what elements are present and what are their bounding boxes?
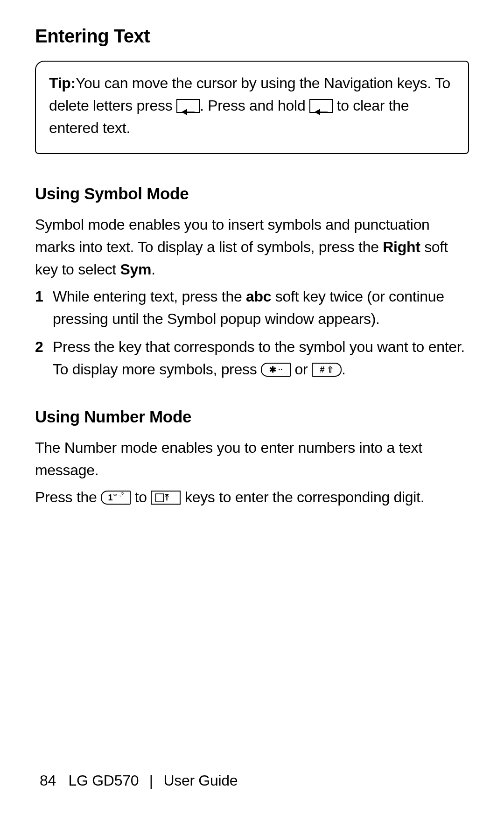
right-softkey-label: Right xyxy=(383,239,420,255)
tip-label: Tip: xyxy=(49,75,76,91)
section-heading-symbol: Using Symbol Mode xyxy=(35,184,469,203)
list-item-1: 1 While entering text, press the abc sof… xyxy=(35,285,469,330)
hash-key-icon: # ⇧ xyxy=(312,363,342,377)
press-text-2: keys to enter the corresponding digit. xyxy=(181,489,424,506)
section-heading-number: Using Number Mode xyxy=(35,407,469,426)
footer-model: LG GD570 xyxy=(69,772,139,789)
tip-text-2: . Press and hold xyxy=(200,97,309,114)
abc-softkey-label: abc xyxy=(246,288,271,305)
back-arrow-key-icon xyxy=(176,99,200,113)
page-title: Entering Text xyxy=(35,26,469,47)
star-key-icon: ✱ ·· xyxy=(261,363,291,377)
press-text-1: Press the xyxy=(35,489,101,506)
step2-end: . xyxy=(342,361,346,378)
page-footer: 84 LG GD570 | User Guide xyxy=(40,772,238,789)
number-press: Press the 1∞ .,? to ⃞ ⤒ keys to enter th… xyxy=(35,486,469,508)
symbol-intro: Symbol mode enables you to insert symbol… xyxy=(35,213,469,281)
one-key-main: 1 xyxy=(108,493,112,502)
page-number: 84 xyxy=(40,772,56,789)
number-intro: The Number mode enables you to enter num… xyxy=(35,436,469,481)
list-number: 2 xyxy=(35,336,53,380)
list-item-2: 2 Press the key that corresponds to the … xyxy=(35,336,469,380)
press-to: to xyxy=(131,489,151,506)
sym-label: Sym xyxy=(120,261,152,278)
back-arrow-key-icon xyxy=(309,99,333,113)
tip-box: Tip:You can move the cursor by using the… xyxy=(35,61,469,154)
symbol-intro-1: Symbol mode enables you to insert symbol… xyxy=(35,216,430,255)
list-content: While entering text, press the abc soft … xyxy=(53,285,469,330)
footer-guide: User Guide xyxy=(163,772,238,789)
symbol-intro-3: . xyxy=(151,261,155,278)
list-number: 1 xyxy=(35,285,53,330)
one-key-sub: ∞ .,? xyxy=(113,492,124,497)
zero-key-icon: ⃞ ⤒ xyxy=(151,491,181,505)
one-key-icon: 1∞ .,? xyxy=(101,491,131,505)
list-content: Press the key that corresponds to the sy… xyxy=(53,336,469,380)
step2-or: or xyxy=(291,361,312,378)
step2-text-1: Press the key that corresponds to the sy… xyxy=(53,338,465,378)
footer-divider: | xyxy=(149,772,153,789)
step1-text-1: While entering text, press the xyxy=(53,288,246,305)
